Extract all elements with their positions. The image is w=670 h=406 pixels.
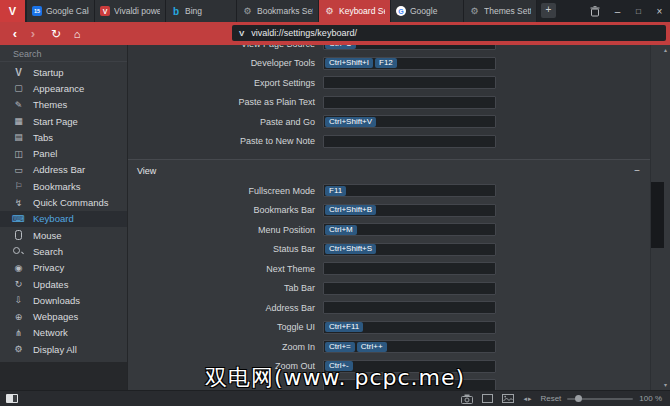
sidebar-item-network[interactable]: ⋔Network [0,325,127,341]
shortcut-input[interactable] [323,76,496,89]
shortcut-input[interactable]: Ctrl+F11 [323,321,496,334]
shortcut-input[interactable]: Ctrl+U [323,45,496,50]
new-tab-button[interactable]: + [541,3,556,18]
zoom-reset-button[interactable]: Reset [540,394,561,403]
shortcut-key-badge: Ctrl+- [325,361,353,371]
shortcut-label: Paste to New Note [128,136,323,146]
url-text: vivaldi://settings/keyboard/ [251,28,357,38]
shortcut-input[interactable] [323,379,496,390]
sidebar-item-updates[interactable]: ↻Updates [0,276,127,292]
sidebar-item-startup[interactable]: VStartup [0,64,127,80]
shortcut-input[interactable]: Ctrl+Shift+S [323,243,496,256]
sidebar-item-keyboard[interactable]: ⌨Keyboard [0,211,127,227]
shortcut-input[interactable] [323,96,496,109]
sidebar-item-mouse[interactable]: Mouse [0,227,127,243]
zoom-slider-handle[interactable] [575,395,582,402]
section-header: View − [128,160,650,181]
shortcut-input[interactable]: Ctrl+Shift+B [323,204,496,217]
sidebar-item-label: Startup [33,67,64,78]
shortcut-label: View Page Source [128,45,323,49]
maximize-button[interactable]: □ [628,0,649,22]
shortcut-label: Next Theme [128,264,323,274]
sidebar-item-privacy[interactable]: ◉Privacy [0,260,127,276]
sidebar-item-webpages[interactable]: ⊕Webpages [0,308,127,324]
tab-1[interactable]: VVivaldi powers up [95,0,166,22]
shortcut-input[interactable]: F11 [323,184,496,197]
sidebar-item-label: Keyboard [33,213,74,224]
url-field[interactable]: V vivaldi://settings/keyboard/ [232,25,666,41]
tab-3[interactable]: ⚙Bookmarks Settings [237,0,319,22]
shortcut-input[interactable]: Ctrl+=Ctrl++ [323,340,496,353]
gear-icon: ⚙ [242,6,253,16]
start-page-icon: ▦ [12,116,25,126]
scrollbar-thumb[interactable] [651,182,664,248]
tab-6[interactable]: ⚙Themes Settings [464,0,537,22]
shortcut-row: Bookmarks BarCtrl+Shift+B [128,201,650,221]
minimize-button[interactable]: – [607,0,628,22]
capture-page-button[interactable] [461,394,473,404]
shortcut-label: Zoom In [128,342,323,352]
back-button[interactable]: ‹ [8,26,22,41]
forward-button[interactable]: › [26,26,40,41]
shortcut-key-badge: Ctrl+= [325,342,355,352]
sidebar-item-search[interactable]: Search [0,243,127,259]
shortcut-input[interactable]: Ctrl+Shift+V [323,115,496,128]
sidebar-item-bookmarks[interactable]: ⚐Bookmarks [0,178,127,194]
network-icon: ⋔ [12,328,25,338]
sidebar-item-appearance[interactable]: ▢Appearance [0,80,127,96]
shortcut-input[interactable]: Ctrl+Shift+IF12 [323,57,496,70]
collapse-section-button[interactable]: − [634,165,640,176]
sidebar-item-address-bar[interactable]: ▭Address Bar [0,162,127,178]
shortcut-row: Next Theme [128,259,650,279]
shortcut-input[interactable] [323,262,496,275]
sidebar-item-themes[interactable]: ✎Themes [0,97,127,113]
page-content: Search VStartup▢Appearance✎Themes▦Start … [0,45,670,390]
tab-5[interactable]: GGoogle [391,0,464,22]
home-button[interactable]: ⌂ [69,28,85,40]
shortcut-label: Address Bar [128,303,323,313]
shortcut-input[interactable] [323,282,496,295]
close-button[interactable]: × [649,0,670,22]
shortcut-key-badge: Ctrl++ [357,342,387,352]
closed-tabs-trash-button[interactable] [583,0,607,22]
shortcut-input[interactable] [323,135,496,148]
zoom-slider[interactable] [567,398,633,400]
tab-label: Bing [185,6,231,16]
tab-0[interactable]: 15Google Calendar - [27,0,95,22]
shortcut-key-badge: Ctrl+U [325,45,356,49]
shortcut-input[interactable]: Ctrl+M [323,223,496,236]
scrollbar[interactable]: ▴ ▾ [650,45,670,390]
sidebar-item-panel[interactable]: ◫Panel [0,145,127,161]
sidebar-item-quick-commands[interactable]: ↯Quick Commands [0,194,127,210]
sidebar-item-downloads[interactable]: ⇩Downloads [0,292,127,308]
reload-button[interactable]: ↻ [47,27,65,41]
tab-4[interactable]: ⚙Keyboard Settings [319,0,391,22]
sidebar-item-label: Privacy [33,262,64,273]
scroll-down-icon[interactable]: ▾ [664,381,667,388]
page-actions-arrows[interactable]: ◂▸ [523,395,532,403]
downloads-icon: ⇩ [12,295,25,305]
settings-search-input[interactable]: Search [0,45,127,62]
sidebar-item-label: Updates [33,279,68,290]
gear-icon: ⚙ [324,6,335,16]
shortcut-input[interactable] [323,301,496,314]
shortcut-label: Tab Bar [128,283,323,293]
scroll-up-icon[interactable]: ▴ [664,46,667,53]
sidebar-item-label: Start Page [33,116,78,127]
tab-label: Google Calendar - [46,6,89,16]
tab-2[interactable]: bBing [166,0,237,22]
tiling-button[interactable] [482,394,493,403]
shortcut-key-badge: Ctrl+M [325,225,357,235]
section-title: View [137,166,634,176]
shortcut-section: View Page SourceCtrl+UDeveloper ToolsCtr… [128,45,650,151]
panel-toggle-icon[interactable] [6,394,18,403]
sidebar-item-start-page[interactable]: ▦Start Page [0,113,127,129]
toggle-images-button[interactable] [502,394,514,403]
sidebar-item-display-all[interactable]: ⚙Display All [0,341,127,357]
quick-commands-icon: ↯ [12,198,25,208]
sidebar-item-tabs[interactable]: ▤Tabs [0,129,127,145]
panel-icon: ◫ [12,149,25,159]
shortcut-input[interactable]: Ctrl+- [323,360,496,373]
vivaldi-menu-button[interactable]: V [0,0,25,22]
display-all-icon: ⚙ [12,344,25,354]
